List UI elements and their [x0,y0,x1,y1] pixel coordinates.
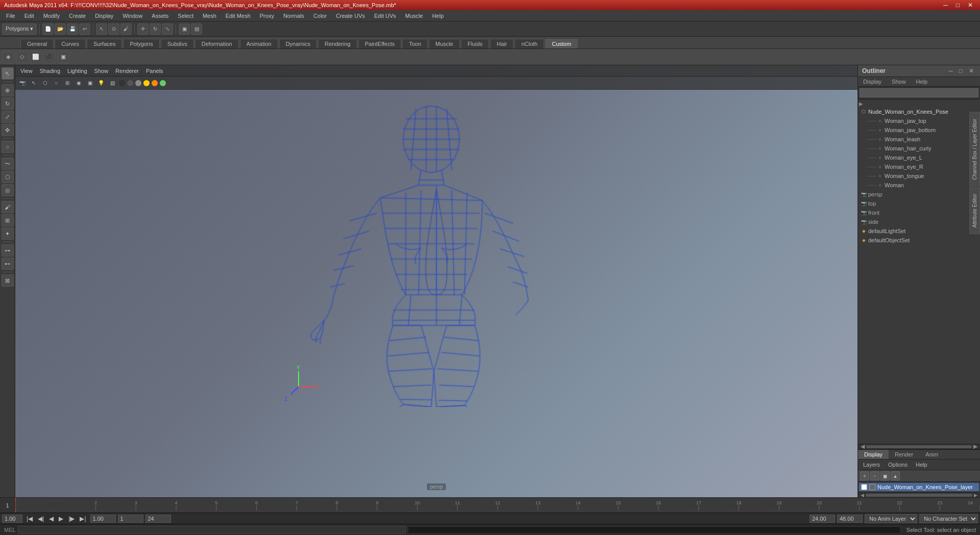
step-back-btn[interactable]: ◀| [36,515,46,522]
skip-to-start-btn[interactable]: |◀ [24,515,35,522]
mode-dropdown[interactable]: Polygons ▾ [2,23,37,35]
lattice-btn[interactable]: ⊞ [2,214,14,226]
move-btn[interactable]: ✛ [137,23,149,35]
menu-select[interactable]: Select [174,12,198,20]
layer-menu-options[interactable]: Options [885,461,911,469]
outliner-search-input[interactable] [860,88,978,97]
layer-type-indicator[interactable] [869,484,875,490]
layer-visibility-toggle[interactable]: V [861,484,867,490]
soft-select-btn[interactable]: ○ [2,141,14,153]
menu-help[interactable]: Help [428,12,448,20]
tab-subdivs[interactable]: Subdivs [161,39,194,48]
transform-btn[interactable]: ⊕ [2,84,14,96]
outliner-tab-help[interactable]: Help [911,77,933,86]
skip-to-end-btn[interactable]: ▶| [78,515,88,522]
ipr-btn[interactable]: ▤ [191,23,202,35]
tab-dynamics[interactable]: Dynamics [279,39,317,48]
menu-modify[interactable]: Modify [39,12,64,20]
tree-item-eye-l[interactable]: —— ○ Woman_eye_L [858,153,980,162]
vp-icon-display3[interactable] [135,80,141,86]
outliner-horizontal-scrollbar[interactable]: ◀ ▶ [858,444,980,449]
playback-speed-field[interactable] [2,515,22,523]
tree-item-jaw-bottom[interactable]: —— ○ Woman_jaw_bottom [858,125,980,135]
open-scene-btn[interactable]: 📂 [55,23,66,35]
menu-window[interactable]: Window [118,12,146,20]
range-start-field[interactable] [810,515,835,523]
tree-item-object-set[interactable]: ◈ defaultObjectSet [858,236,980,245]
layer-add-btn[interactable]: ▲ [891,471,900,480]
vp-icon-smooth[interactable]: ○ [51,78,61,88]
range-end-field[interactable] [837,515,863,523]
shelf-icon-3[interactable]: ⬜ [30,51,42,63]
tree-item-eye-r[interactable]: —— ○ Woman_eye_R [858,162,980,171]
layer-tab-anim[interactable]: Anim [919,450,944,459]
paint-btn[interactable]: 🖌 [120,23,132,35]
tab-fluids[interactable]: Fluids [461,39,489,48]
outliner-tab-display[interactable]: Display [858,77,887,86]
outliner-minimize-btn[interactable]: ─ [946,67,955,74]
tree-item-persp[interactable]: 📷 persp [858,190,980,199]
layer-scroll-right[interactable]: ▶ [972,493,979,498]
ik-btn[interactable]: ⊷ [2,258,14,270]
tree-item-hair[interactable]: —— ○ Woman_hair_curly [858,144,980,153]
vp-icon-display1[interactable] [119,80,125,86]
layer-new-btn[interactable]: + [860,471,869,480]
layer-tab-display[interactable]: Display [858,450,889,459]
mel-input[interactable] [18,526,406,534]
vp-icon-cage[interactable]: ⊞ [62,78,72,88]
main-viewport[interactable]: View Shading Lighting Show Renderer Pane… [15,65,857,497]
menu-edit[interactable]: Edit [20,12,38,20]
universal-tool-btn[interactable]: ✜ [2,124,14,136]
current-frame-field[interactable] [118,515,143,523]
menu-edit-mesh[interactable]: Edit Mesh [222,12,255,20]
vp-menu-lighting[interactable]: Lighting [64,67,90,75]
menu-color[interactable]: Color [309,12,331,20]
tab-animation[interactable]: Animation [240,39,278,48]
layer-scroll-left[interactable]: ◀ [859,493,866,498]
save-scene-btn[interactable]: 💾 [67,23,78,35]
attribute-editor-tab[interactable]: Attribute Editor [969,187,980,234]
play-forward-btn[interactable]: ▶ [57,515,65,522]
tab-toon[interactable]: Toon [402,39,428,48]
scale-tool-btn[interactable]: ⤢ [2,111,14,123]
cluster-btn[interactable]: ✦ [2,227,14,240]
char-set-dropdown[interactable]: No Character Set [919,514,978,523]
step-forward-btn[interactable]: |▶ [66,515,77,522]
vp-icon-display6[interactable] [160,80,166,86]
layer-scroll-thumb[interactable] [866,494,972,497]
layer-delete-btn[interactable]: − [870,471,879,480]
vp-icon-lights[interactable]: 💡 [96,78,106,88]
layer-horizontal-scrollbar[interactable]: ◀ ▶ [858,492,980,497]
layer-tab-render[interactable]: Render [889,450,919,459]
vp-menu-renderer[interactable]: Renderer [112,67,142,75]
menu-create-uvs[interactable]: Create UVs [332,12,369,20]
vp-icon-wireframe[interactable]: ⬡ [40,78,50,88]
layer-set-btn[interactable]: ◼ [880,471,890,480]
tab-muscle[interactable]: Muscle [429,39,460,48]
vp-icon-display5[interactable] [152,80,158,86]
paint-tool-btn[interactable]: 🖌 [2,201,14,213]
minimize-button[interactable]: ─ [940,2,951,9]
menu-create[interactable]: Create [65,12,90,20]
start-frame-field[interactable] [90,515,116,523]
vp-icon-display2[interactable] [127,80,133,86]
scene-collapse-icon[interactable]: ▶ [859,101,863,107]
menu-muscle[interactable]: Muscle [401,12,427,20]
curve-tool-btn[interactable]: 〜 [2,158,14,170]
vp-icon-shaded[interactable]: ◉ [74,78,84,88]
vp-icon-shadows[interactable]: ▧ [107,78,117,88]
outliner-close-btn[interactable]: ✕ [967,67,976,74]
shelf-icon-4[interactable]: ⬛ [43,51,56,63]
tree-item-top[interactable]: 📷 top [858,199,980,208]
vp-menu-shading[interactable]: Shading [37,67,63,75]
tree-item-side[interactable]: 📷 side [858,217,980,226]
play-back-btn[interactable]: ◀ [47,515,56,522]
tree-item-leash[interactable]: —— ○ Woman_leash [858,135,980,144]
maximize-button[interactable]: □ [953,2,963,9]
rotate-tool-btn[interactable]: ↻ [2,97,14,110]
anim-layer-dropdown[interactable]: No Anim Layer [865,514,917,523]
new-scene-btn[interactable]: 📄 [42,23,54,35]
close-button[interactable]: ✕ [965,2,976,9]
vp-icon-texture[interactable]: ▣ [85,78,95,88]
select-btn[interactable]: ↖ [96,23,107,35]
